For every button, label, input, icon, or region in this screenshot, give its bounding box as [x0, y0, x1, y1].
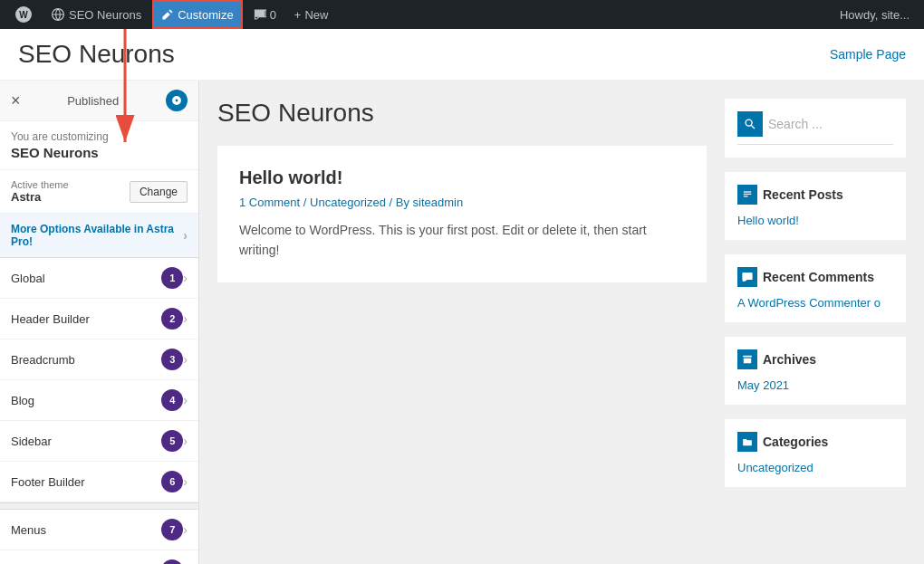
- page-layout: × Published You are customizing SEO Neur…: [0, 81, 924, 564]
- menu-item-blog[interactable]: Blog 4 ›: [0, 380, 198, 421]
- menu-item-header-builder-chevron: ›: [183, 311, 188, 326]
- archives-link[interactable]: May 2021: [737, 378, 893, 392]
- archives-widget: Archives May 2021: [725, 337, 906, 405]
- svg-rect-9: [744, 196, 748, 196]
- recent-commenter-link[interactable]: A WordPress Commenter o: [737, 296, 893, 310]
- customizer-published-status: Published: [67, 94, 119, 108]
- recent-posts-title-row: Recent Posts: [737, 185, 893, 205]
- customizer-close-button[interactable]: ×: [11, 92, 21, 109]
- archives-title: Archives: [763, 352, 816, 367]
- menu-item-blog-badge: 4: [161, 389, 183, 411]
- admin-bar-site-link[interactable]: SEO Neurons: [43, 0, 149, 29]
- admin-bar-wp-logo[interactable]: W: [7, 0, 40, 29]
- theme-info: Active theme Astra: [11, 179, 69, 204]
- menu-item-footer-builder-chevron: ›: [183, 474, 188, 489]
- recent-comments-widget: Recent Comments A WordPress Commenter o: [725, 254, 906, 322]
- theme-name: Astra: [11, 190, 69, 204]
- astra-pro-label: More Options Available in Astra Pro!: [11, 223, 183, 248]
- svg-point-5: [746, 119, 752, 126]
- menu-item-footer-builder[interactable]: Footer Builder 6 ›: [0, 462, 198, 502]
- post-title: Hello world!: [239, 167, 685, 188]
- recent-post-link[interactable]: Hello world!: [737, 214, 893, 227]
- admin-bar-howdy[interactable]: Howdy, site...: [833, 0, 917, 29]
- active-theme-label: Active theme: [11, 179, 69, 190]
- site-title: SEO Neurons: [18, 40, 175, 69]
- content-wrapper: SEO Neurons Hello world! 1 Comment / Unc…: [217, 99, 906, 502]
- recent-comments-title-row: Recent Comments: [737, 267, 893, 287]
- menu-item-menus-badge: 7: [161, 519, 183, 540]
- search-widget-icon: [737, 111, 763, 137]
- menu-item-widgets[interactable]: Widgets 8 ›: [0, 550, 198, 564]
- menu-item-menus[interactable]: Menus 7 ›: [0, 510, 198, 550]
- admin-bar: W SEO Neurons Customize 0 + New Howdy, s…: [0, 0, 924, 29]
- svg-text:W: W: [19, 10, 28, 20]
- menu-item-sidebar-chevron: ›: [183, 434, 188, 448]
- menu-item-global-label: Global: [11, 272, 45, 285]
- menu-item-footer-builder-label: Footer Builder: [11, 475, 85, 489]
- search-placeholder: Search ...: [768, 117, 823, 131]
- post-meta-comment-link[interactable]: 1 Comment: [239, 196, 300, 209]
- customizing-site-name: SEO Neurons: [11, 145, 188, 160]
- customizer-menu-group-2: Menus 7 › Widgets 8 › Homepage Settings …: [0, 510, 198, 564]
- menu-item-global-badge: 1: [161, 267, 183, 289]
- page-heading: SEO Neurons: [217, 99, 707, 128]
- menu-item-sidebar[interactable]: Sidebar 5 ›: [0, 421, 198, 462]
- search-widget: Search ...: [725, 99, 906, 158]
- post-card: Hello world! 1 Comment / Uncategorized /…: [217, 146, 707, 282]
- recent-posts-icon: [737, 185, 757, 205]
- menu-item-header-builder-badge: 2: [161, 308, 183, 330]
- menu-item-breadcrumb[interactable]: Breadcrumb 3 ›: [0, 339, 198, 380]
- svg-rect-7: [744, 191, 751, 192]
- menu-section-divider: [0, 502, 198, 510]
- post-meta-separator1: /: [303, 196, 310, 209]
- customizing-label: You are customizing: [11, 130, 188, 143]
- svg-rect-11: [743, 356, 752, 358]
- categories-title: Categories: [763, 435, 828, 449]
- admin-bar-comments[interactable]: 0: [246, 0, 284, 29]
- main-content: SEO Neurons Hello world! 1 Comment / Unc…: [199, 81, 924, 564]
- post-excerpt: Welcome to WordPress. This is your first…: [239, 220, 685, 261]
- menu-item-footer-builder-badge: 6: [161, 471, 183, 492]
- menu-item-menus-chevron: ›: [183, 522, 188, 537]
- categories-icon: [737, 432, 757, 452]
- categories-title-row: Categories: [737, 432, 893, 452]
- post-meta-category-link[interactable]: Uncategorized: [310, 196, 386, 209]
- recent-posts-title: Recent Posts: [763, 187, 843, 202]
- recent-posts-widget: Recent Posts Hello world!: [725, 172, 906, 240]
- menu-item-breadcrumb-badge: 3: [161, 349, 183, 370]
- post-meta-by: By: [396, 196, 409, 209]
- admin-bar-new[interactable]: + New: [287, 0, 336, 29]
- customizer-info: You are customizing SEO Neurons: [0, 121, 198, 170]
- menu-item-header-builder-label: Header Builder: [11, 312, 90, 326]
- customizer-menu-group-1: Global 1 › Header Builder 2 › Breadcrumb…: [0, 258, 198, 502]
- admin-bar-customize[interactable]: Customize: [152, 0, 242, 29]
- change-theme-button[interactable]: Change: [130, 181, 188, 203]
- menu-item-header-builder[interactable]: Header Builder 2 ›: [0, 299, 198, 339]
- categories-link[interactable]: Uncategorized: [737, 461, 893, 474]
- menu-item-blog-label: Blog: [11, 394, 34, 407]
- menu-item-breadcrumb-chevron: ›: [183, 352, 188, 367]
- customizer-panel: × Published You are customizing SEO Neur…: [0, 81, 199, 564]
- sidebar-widgets: Search ... Recent Posts Hello world!: [725, 99, 906, 502]
- menu-item-blog-chevron: ›: [183, 393, 188, 407]
- svg-rect-12: [744, 358, 751, 363]
- recent-comments-icon: [737, 267, 757, 287]
- posts-area: SEO Neurons Hello world! 1 Comment / Unc…: [217, 99, 707, 502]
- svg-rect-8: [744, 194, 751, 195]
- site-header: SEO Neurons Sample Page: [0, 29, 924, 81]
- search-widget-inner: Search ...: [737, 111, 893, 145]
- customizer-settings-icon: [166, 90, 188, 111]
- sample-page-link[interactable]: Sample Page: [830, 47, 906, 62]
- menu-item-menus-label: Menus: [11, 523, 46, 537]
- categories-widget: Categories Uncategorized: [725, 419, 906, 487]
- active-theme-row: Active theme Astra Change: [0, 170, 198, 214]
- astra-pro-chevron: ›: [183, 228, 188, 243]
- post-meta: 1 Comment / Uncategorized / By siteadmin: [239, 196, 685, 209]
- post-meta-author-link[interactable]: siteadmin: [413, 196, 464, 209]
- svg-line-6: [751, 125, 755, 129]
- menu-item-sidebar-badge: 5: [161, 430, 183, 452]
- menu-item-global-chevron: ›: [183, 271, 188, 285]
- menu-item-global[interactable]: Global 1 ›: [0, 258, 198, 299]
- archives-title-row: Archives: [737, 349, 893, 369]
- astra-pro-banner[interactable]: More Options Available in Astra Pro! ›: [0, 214, 198, 258]
